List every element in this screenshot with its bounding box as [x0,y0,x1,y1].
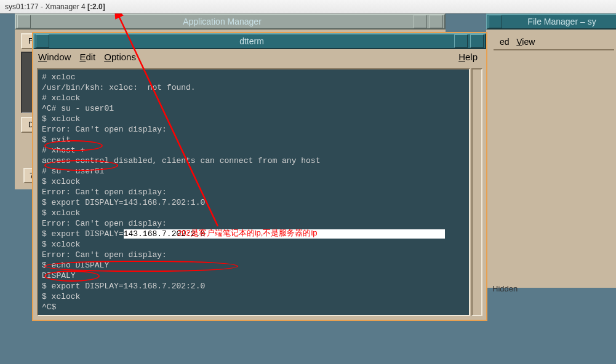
file-manager-titlebar[interactable]: File Manager – sy [486,14,616,30]
dtterm-window: dtterm Window Edit Options Help # xcloc … [32,32,487,321]
xmanager-display: [:2.0] [87,2,105,11]
dtterm-titlebar[interactable]: dtterm [33,33,486,49]
app-manager-titlebar[interactable]: Application Manager [15,14,446,30]
window-menu-button[interactable] [36,34,49,48]
file-manager-menubar: ed View [494,34,614,50]
file-manager-window: File Manager – sy ed View Hidden [486,14,616,288]
app-manager-title: Application Manager [32,17,412,26]
window-menu-button[interactable] [17,15,31,28]
fm-menu-view[interactable]: View [516,37,535,47]
xmanager-app: Xmanager 4 [45,2,85,11]
xmanager-titlebar: sys01:177 - Xmanager 4 [:2.0] [0,0,616,14]
dtterm-title: dtterm [50,36,453,46]
dtterm-menubar: Window Edit Options Help [33,49,486,65]
file-manager-title: File Manager – sy [503,17,616,26]
maximize-button[interactable] [430,15,443,28]
menu-options[interactable]: Options [104,52,136,62]
maximize-button[interactable] [470,34,484,48]
file-manager-body: ed View Hidden [486,30,616,288]
minimize-button[interactable] [414,15,427,28]
terminal-scrollbar[interactable] [471,68,482,316]
menu-help[interactable]: Help [458,52,478,62]
terminal-output[interactable]: # xcloc /usr/bin/ksh: xcloc: not found. … [37,68,470,316]
menu-edit[interactable]: Edit [79,52,95,62]
window-menu-button[interactable] [489,15,502,28]
fm-menu-ed[interactable]: ed [500,37,510,47]
menu-window[interactable]: Window [38,52,71,62]
xmanager-host: sys01:177 [5,2,39,11]
fm-hidden-label: Hidden [492,284,518,293]
minimize-button[interactable] [454,34,468,48]
